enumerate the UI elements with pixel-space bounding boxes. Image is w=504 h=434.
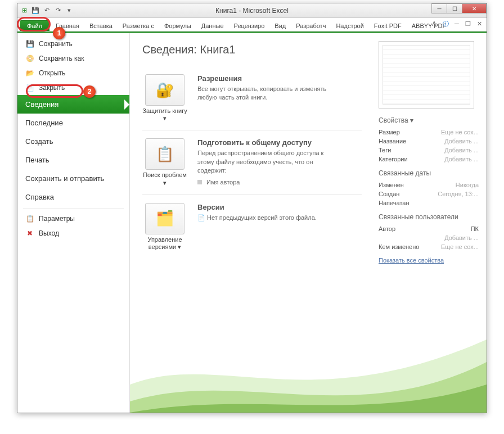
- prop-row[interactable]: НазваниеДобавить ...: [379, 137, 479, 146]
- list-item: Имя автора: [197, 179, 332, 186]
- sidebar-label: Сохранить и отправить: [25, 174, 104, 183]
- quick-access-toolbar: ⊞ 💾 ↶ ↷ ▾: [17, 6, 76, 15]
- check-issues-button[interactable]: 📋 Поиск проблем ▾: [142, 138, 187, 186]
- section-heading: Версии: [197, 203, 317, 211]
- sidebar-label: Последние: [25, 119, 63, 127]
- annotation-badge-2: 2: [83, 85, 96, 98]
- tab-view[interactable]: Вид: [269, 20, 291, 31]
- sidebar-item-print[interactable]: Печать: [17, 151, 129, 169]
- props-header[interactable]: Свойства ▾: [379, 116, 479, 124]
- sidebar-label: Печать: [25, 156, 50, 164]
- sidebar-item-open[interactable]: 📂 Открыть: [17, 66, 129, 80]
- qat-more-icon[interactable]: ▾: [65, 6, 74, 15]
- section-prepare: 📋 Поиск проблем ▾ Подготовить к общему д…: [142, 130, 362, 195]
- backstage-main: Сведения: Книга1 🔐 Защитить книгу ▾ Разр…: [130, 33, 487, 413]
- maximize-button[interactable]: ☐: [447, 3, 462, 13]
- sidebar-label: Сохранить: [39, 40, 73, 48]
- options-icon: 📋: [25, 214, 34, 223]
- folder-open-icon: 📂: [25, 69, 34, 78]
- prop-row: СозданСегодня, 13:...: [379, 189, 479, 198]
- prop-row: Кем измененоЕще не сох...: [379, 242, 479, 251]
- manage-versions-button[interactable]: 🗂️ Управление версиями ▾: [142, 203, 187, 251]
- save-icon[interactable]: 💾: [31, 6, 40, 15]
- section-heading: Подготовить к общему доступу: [197, 138, 332, 147]
- tab-insert[interactable]: Вставка: [84, 20, 118, 31]
- section-permissions: 🔐 Защитить книгу ▾ Разрешения Все могут …: [142, 66, 362, 130]
- doc-min-icon[interactable]: ─: [453, 20, 461, 28]
- prop-row: ИзмененНикогда: [379, 180, 479, 189]
- window-title: Книга1 - Microsoft Excel: [17, 7, 487, 15]
- section-body: Разрешения Все могут открывать, копирова…: [197, 74, 332, 122]
- show-all-props-link[interactable]: Показать все свойства: [379, 257, 444, 264]
- versions-icon: 🗂️: [156, 210, 174, 227]
- properties-panel: Свойства ▾ РазмерЕще не сох... НазваниеД…: [374, 33, 487, 413]
- sidebar-label: Параметры: [39, 215, 75, 223]
- annotation-badge-1: 1: [53, 27, 65, 39]
- tab-foxit[interactable]: Foxit PDF: [369, 20, 407, 31]
- protect-workbook-button[interactable]: 🔐 Защитить книгу ▾: [142, 74, 187, 122]
- sidebar-label: Сохранить как: [39, 55, 84, 62]
- backstage-sidebar: 💾 Сохранить 📀 Сохранить как 📂 Открыть 📄 …: [17, 33, 130, 413]
- ribbon-minimize-icon[interactable]: ᐱ: [430, 20, 438, 28]
- prop-row[interactable]: Добавить ...: [379, 233, 479, 242]
- prop-row: АвторПК: [379, 224, 479, 233]
- section-versions: 🗂️ Управление версиями ▾ Версии 📄 Нет пр…: [142, 195, 362, 259]
- close-doc-icon: 📄: [25, 83, 34, 92]
- sidebar-item-exit[interactable]: ✖ Выход: [17, 226, 129, 241]
- tab-addins[interactable]: Надстрой: [331, 20, 368, 31]
- document-thumbnail: [379, 41, 474, 108]
- section-text: 📄 Нет предыдущих версий этого файла.: [197, 214, 317, 222]
- sidebar-item-save[interactable]: 💾 Сохранить: [17, 37, 129, 51]
- sidebar-label: Открыть: [39, 69, 65, 77]
- info-details: Сведения: Книга1 🔐 Защитить книгу ▾ Разр…: [130, 33, 374, 413]
- sidebar-label: Справка: [25, 193, 54, 201]
- tab-file[interactable]: Файл: [20, 20, 50, 31]
- minimize-button[interactable]: ─: [431, 3, 447, 13]
- doc-restore-icon[interactable]: ❐: [464, 20, 472, 28]
- sidebar-label: Сведения: [25, 100, 58, 108]
- excel-icon: ⊞: [20, 6, 29, 15]
- tab-developer[interactable]: Разработч: [291, 20, 331, 31]
- tab-layout[interactable]: Разметка с: [118, 20, 159, 31]
- tab-formulas[interactable]: Формулы: [159, 20, 196, 31]
- doc-close-icon[interactable]: ✕: [475, 20, 483, 28]
- tab-data[interactable]: Данные: [196, 20, 229, 31]
- app-window: ⊞ 💾 ↶ ↷ ▾ Книга1 - Microsoft Excel ─ ☐ ✕…: [17, 3, 487, 413]
- tab-review[interactable]: Рецензиро: [229, 20, 270, 31]
- section-heading: Разрешения: [197, 74, 332, 83]
- help-icon[interactable]: ⓘ: [442, 20, 449, 28]
- window-controls: ─ ☐ ✕: [432, 3, 487, 13]
- ribbon-right-controls: ᐱ ⓘ ─ ❐ ✕: [430, 20, 483, 28]
- prop-row[interactable]: КатегорииДобавить ...: [379, 155, 479, 164]
- sidebar-separator: [23, 209, 124, 209]
- sidebar-item-save-as[interactable]: 📀 Сохранить как: [17, 51, 129, 66]
- sidebar-item-help[interactable]: Справка: [17, 188, 129, 206]
- checklist-icon: 📋: [156, 146, 174, 163]
- prop-row[interactable]: ТегиДобавить ...: [379, 146, 479, 155]
- titlebar: ⊞ 💾 ↶ ↷ ▾ Книга1 - Microsoft Excel ─ ☐ ✕: [17, 3, 487, 18]
- sidebar-item-close[interactable]: 📄 Закрыть: [17, 80, 129, 95]
- prop-row: Напечатан: [379, 198, 479, 207]
- ribbon-tabs: Файл Главная Вставка Разметка с Формулы …: [17, 18, 487, 31]
- save-as-icon: 📀: [25, 54, 34, 63]
- sidebar-label: Закрыть: [39, 84, 65, 92]
- bullet-icon: [197, 180, 202, 184]
- props-header: Связанные даты: [379, 169, 479, 177]
- redo-icon[interactable]: ↷: [53, 6, 62, 15]
- close-button[interactable]: ✕: [462, 3, 487, 13]
- undo-icon[interactable]: ↶: [42, 6, 51, 15]
- sidebar-item-options[interactable]: 📋 Параметры: [17, 211, 129, 226]
- section-text: Все могут открывать, копировать и изменя…: [197, 85, 332, 102]
- lock-key-icon: 🔐: [156, 82, 174, 99]
- section-body: Подготовить к общему доступу Перед распр…: [197, 138, 332, 186]
- section-text: Перед распространением общего доступа к …: [197, 149, 332, 175]
- sidebar-item-save-send[interactable]: Сохранить и отправить: [17, 169, 129, 188]
- page-title: Сведения: Книга1: [142, 43, 362, 56]
- prop-row: РазмерЕще не сох...: [379, 128, 479, 137]
- sidebar-label: Выход: [39, 229, 59, 237]
- props-header: Связанные пользователи: [379, 213, 479, 221]
- sidebar-item-recent[interactable]: Последние: [17, 114, 129, 132]
- sidebar-item-new[interactable]: Создать: [17, 132, 129, 151]
- section-body: Версии 📄 Нет предыдущих версий этого фай…: [197, 203, 317, 251]
- sidebar-item-info[interactable]: Сведения: [17, 95, 129, 114]
